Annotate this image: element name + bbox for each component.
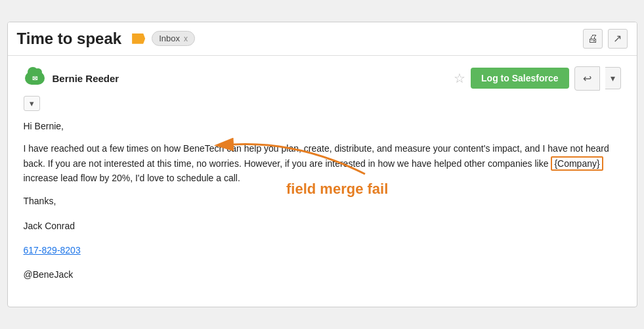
signature-name: Jack Conrad (24, 218, 621, 234)
signature-handle: @BeneJack (24, 267, 621, 283)
email-window: Time to speak Inbox x 🖨 ↗ (7, 22, 637, 307)
avatar-label: ✉ (32, 75, 37, 82)
reply-dropdown-button[interactable]: ▾ (605, 67, 621, 89)
page-title: Time to speak (17, 30, 122, 48)
star-icon[interactable]: ☆ (454, 70, 465, 86)
chevron-down-icon: ▾ (611, 73, 615, 83)
tab-label: Inbox (159, 33, 180, 43)
sender-row: ✉ Bernie Reeder ☆ Log to Salesforce ↩ ▾ (24, 66, 621, 91)
label-icon (132, 33, 145, 44)
tab-close-icon[interactable]: x (184, 34, 188, 43)
email-body-text: I have reached out a few times on how Be… (24, 141, 621, 185)
email-closing: Thanks, (24, 193, 621, 209)
body-part1: I have reached out a few times on how Be… (24, 143, 609, 168)
sender-left: ✉ Bernie Reeder (24, 67, 119, 89)
email-body: Hi Bernie, I have reached out a few time… (24, 119, 621, 283)
inbox-tab[interactable]: Inbox x (152, 31, 195, 46)
tag-label (132, 33, 145, 44)
dropdown-small-icon: ▾ (30, 99, 34, 108)
signature-block: Thanks, Jack Conrad 617-829-8203 @BeneJa… (24, 193, 621, 283)
external-link-icon: ↗ (613, 32, 622, 45)
dropdown-row: ▾ (24, 96, 621, 111)
email-area: ✉ Bernie Reeder ☆ Log to Salesforce ↩ ▾ … (8, 56, 637, 307)
log-to-salesforce-button[interactable]: Log to Salesforce (471, 68, 569, 89)
print-button[interactable]: 🖨 (583, 29, 603, 49)
signature-phone[interactable]: 617-829-8203 (24, 245, 81, 255)
email-paragraph: I have reached out a few times on how Be… (24, 141, 621, 185)
body-part2: increase lead flow by 20%, I'd love to s… (24, 173, 240, 183)
reply-icon: ↩ (583, 73, 591, 84)
merge-field: {Company} (551, 156, 603, 171)
print-icon: 🖨 (588, 33, 598, 45)
title-bar-right: 🖨 ↗ (583, 29, 628, 49)
dropdown-small-button[interactable]: ▾ (24, 96, 40, 111)
avatar: ✉ (24, 67, 46, 89)
title-bar-left: Time to speak Inbox x (17, 30, 583, 48)
email-greeting: Hi Bernie, (24, 119, 621, 133)
external-link-button[interactable]: ↗ (608, 29, 628, 49)
title-bar: Time to speak Inbox x 🖨 ↗ (8, 22, 637, 56)
sender-name: Bernie Reeder (53, 73, 119, 84)
sender-right: ☆ Log to Salesforce ↩ ▾ (454, 66, 620, 91)
reply-button[interactable]: ↩ (574, 66, 600, 91)
